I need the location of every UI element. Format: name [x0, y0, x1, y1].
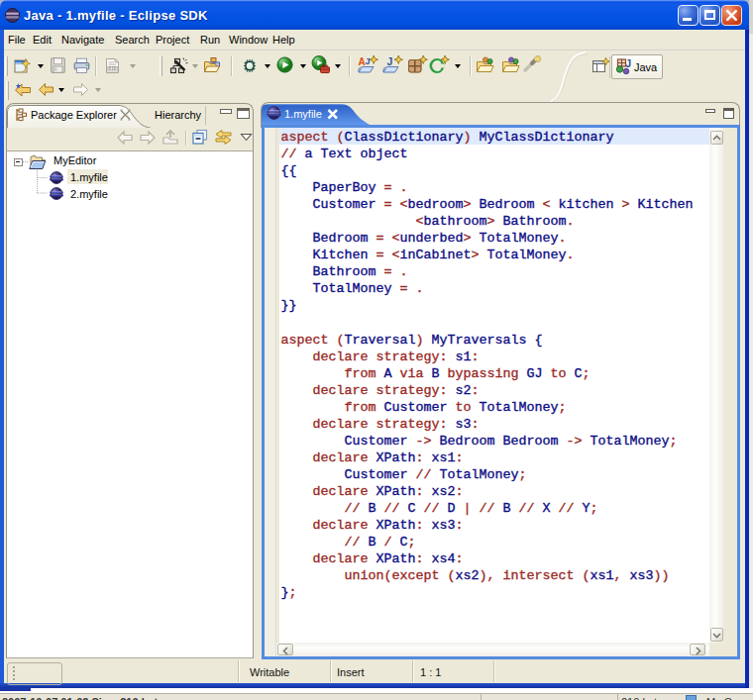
svg-text:010: 010	[109, 66, 117, 71]
svg-text:J: J	[366, 56, 371, 66]
svg-text:J: J	[387, 55, 393, 67]
svg-text:J: J	[626, 58, 632, 69]
